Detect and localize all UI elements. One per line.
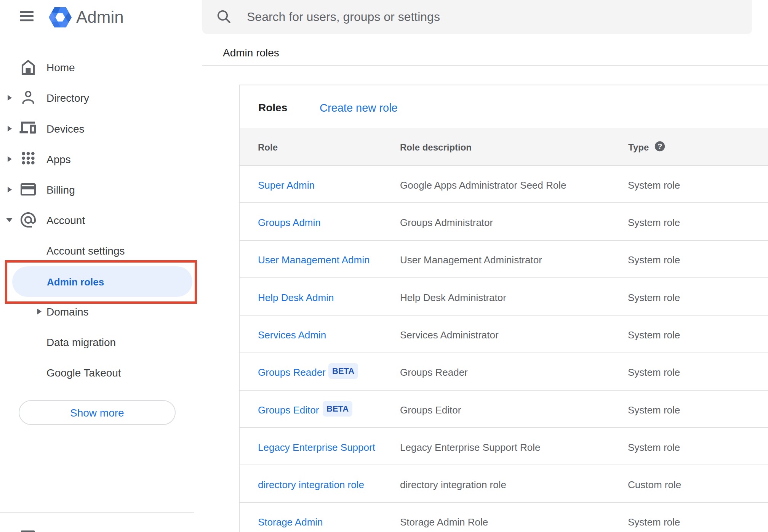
svg-text:?: ?: [658, 142, 662, 151]
